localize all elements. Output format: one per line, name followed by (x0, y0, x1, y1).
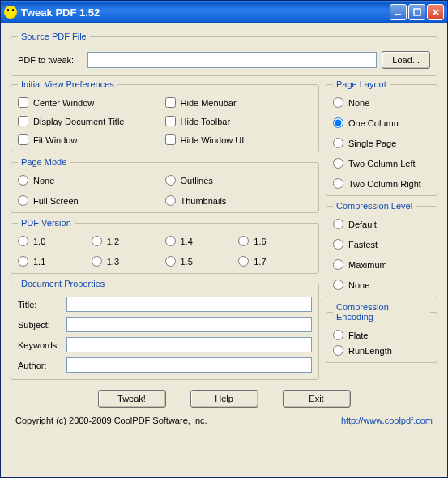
minimize-button[interactable] (390, 4, 407, 20)
radio-enc-runlength[interactable]: RunLength (333, 345, 430, 356)
radio-pagemode-none[interactable]: None (18, 175, 165, 186)
radio-layout-singlepage[interactable]: Single Page (333, 138, 430, 148)
keywords-input[interactable] (66, 337, 312, 352)
radio-comp-none[interactable]: None (333, 280, 430, 290)
title-label: Title: (18, 300, 66, 309)
radio-comp-default[interactable]: Default (333, 219, 430, 229)
compression-level-legend: Compression Level (333, 201, 416, 211)
window-title: Tweak PDF 1.52 (21, 6, 390, 19)
keywords-label: Keywords: (18, 340, 66, 350)
title-input[interactable] (66, 297, 312, 312)
page-mode-group: Page Mode None Outlines Full Screen Thum… (11, 157, 319, 213)
doc-props-legend: Document Properties (18, 279, 108, 288)
radio-pagemode-thumbnails[interactable]: Thumbnails (165, 195, 313, 206)
radio-ver-15[interactable]: 1.5 (165, 256, 239, 267)
website-link[interactable]: http://www.coolpdf.com (341, 416, 433, 425)
pdf-to-tweak-label: PDF to tweak: (18, 55, 83, 65)
client-area: Source PDF File PDF to tweak: Load... In… (1, 23, 447, 477)
author-input[interactable] (66, 357, 312, 373)
subject-label: Subject: (18, 320, 66, 330)
radio-comp-fastest[interactable]: Fastest (333, 239, 430, 250)
radio-ver-16[interactable]: 1.6 (238, 236, 312, 246)
radio-ver-12[interactable]: 1.2 (92, 236, 165, 246)
page-layout-group: Page Layout None One Column Single Page … (326, 79, 437, 196)
radio-ver-13[interactable]: 1.3 (92, 256, 165, 267)
titlebar: Tweak PDF 1.52 (1, 1, 447, 23)
svg-rect-0 (395, 14, 401, 15)
check-hide-window-ui[interactable]: Hide Window UI (165, 134, 313, 145)
close-button[interactable] (427, 4, 444, 20)
load-button[interactable]: Load... (382, 51, 430, 69)
source-pdf-group: Source PDF File PDF to tweak: Load... (11, 32, 437, 76)
footer: Copyright (c) 2000-2009 CoolPDF Software… (11, 416, 437, 425)
exit-button[interactable]: Exit (283, 390, 351, 408)
check-hide-toolbar[interactable]: Hide Toolbar (165, 116, 313, 126)
check-center-window[interactable]: Center Window (18, 97, 165, 108)
check-display-doc-title[interactable]: Display Document Title (18, 116, 165, 126)
app-icon (4, 6, 17, 19)
radio-ver-17[interactable]: 1.7 (238, 256, 312, 267)
svg-rect-1 (414, 9, 420, 15)
radio-layout-twoleft[interactable]: Two Column Left (333, 158, 430, 169)
window-buttons (390, 4, 444, 20)
radio-pagemode-fullscreen[interactable]: Full Screen (18, 195, 165, 206)
radio-pagemode-outlines[interactable]: Outlines (165, 175, 313, 186)
radio-enc-flate[interactable]: Flate (333, 330, 430, 340)
radio-ver-11[interactable]: 1.1 (18, 256, 92, 267)
copyright-text: Copyright (c) 2000-2009 CoolPDF Software… (15, 416, 207, 425)
radio-layout-onecolumn[interactable]: One Column (333, 117, 430, 128)
pdf-path-input[interactable] (87, 52, 377, 68)
author-label: Author: (18, 361, 66, 370)
radio-ver-14[interactable]: 1.4 (165, 236, 239, 246)
check-hide-menubar[interactable]: Hide Menubar (165, 97, 313, 108)
radio-layout-tworight[interactable]: Two Column Right (333, 178, 430, 189)
page-mode-legend: Page Mode (18, 157, 70, 167)
radio-layout-none[interactable]: None (333, 97, 430, 108)
compression-encoding-group: Compression Encoding Flate RunLength (326, 302, 437, 363)
pdf-version-legend: PDF Version (18, 218, 75, 228)
initial-view-group: Initial View Preferences Center Window H… (11, 79, 319, 152)
subject-input[interactable] (66, 317, 312, 332)
source-legend: Source PDF File (18, 32, 90, 41)
app-window: Tweak PDF 1.52 Source PDF File PDF to tw… (0, 0, 448, 478)
bottom-buttons: Tweak! Help Exit (11, 390, 437, 408)
compression-level-group: Compression Level Default Fastest Maximu… (326, 201, 437, 297)
tweak-button[interactable]: Tweak! (98, 390, 166, 408)
radio-comp-maximum[interactable]: Maximum (333, 259, 430, 270)
help-button[interactable]: Help (190, 390, 258, 408)
check-fit-window[interactable]: Fit Window (18, 134, 165, 145)
radio-ver-10[interactable]: 1.0 (18, 236, 92, 246)
pdf-version-group: PDF Version 1.0 1.2 1.4 1.6 1.1 1.3 1.5 … (11, 218, 319, 274)
page-layout-legend: Page Layout (333, 79, 390, 89)
document-properties-group: Document Properties Title: Subject: Keyw… (11, 279, 319, 380)
compression-encoding-legend: Compression Encoding (333, 302, 430, 322)
ivp-legend: Initial View Preferences (18, 79, 117, 89)
maximize-button[interactable] (408, 4, 425, 20)
